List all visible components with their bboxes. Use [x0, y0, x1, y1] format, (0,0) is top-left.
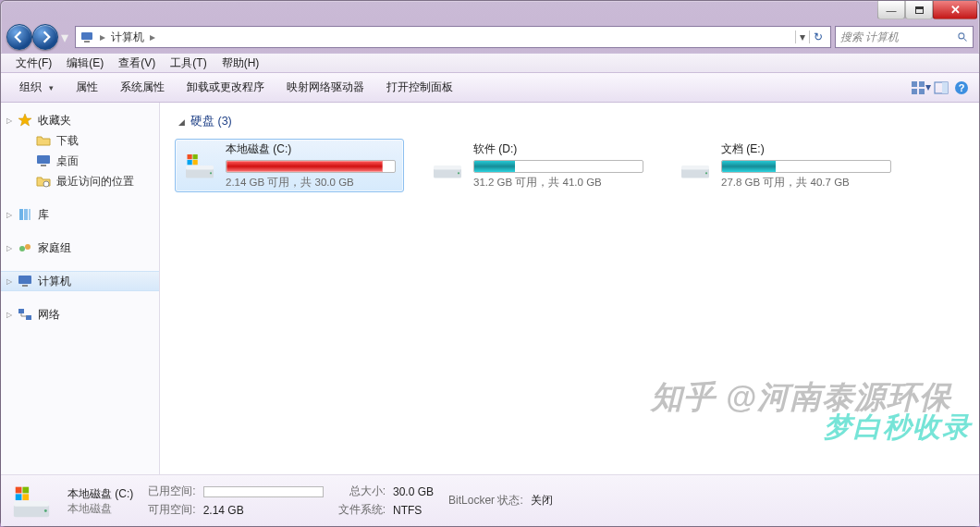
- section-header-hdd[interactable]: ◢ 硬盘 (3): [178, 114, 964, 129]
- drive-list: 本地磁盘 (C:)2.14 GB 可用，共 30.0 GB软件 (D:)31.2…: [175, 139, 964, 192]
- menu-tools[interactable]: 工具(T): [163, 55, 214, 71]
- sidebar-label: 下载: [56, 133, 79, 149]
- sidebar-label: 桌面: [56, 153, 79, 169]
- breadcrumb-sep: ▸: [94, 31, 111, 43]
- svg-rect-16: [24, 209, 28, 220]
- svg-rect-3: [912, 81, 917, 87]
- details-free-value: 2.14 GB: [203, 504, 324, 517]
- svg-rect-24: [186, 168, 214, 178]
- details-title: 本地磁盘 (C:): [67, 486, 133, 502]
- sidebar-item-computer[interactable]: 计算机: [1, 271, 159, 291]
- svg-rect-40: [16, 486, 22, 493]
- sidebar-label: 库: [38, 207, 49, 223]
- search-input[interactable]: 搜索 计算机: [835, 26, 974, 48]
- recent-icon: [36, 174, 51, 189]
- cmd-system-properties[interactable]: 系统属性: [109, 73, 176, 102]
- star-icon: [18, 113, 32, 128]
- svg-rect-20: [18, 276, 31, 284]
- menu-view[interactable]: 查看(V): [111, 55, 163, 71]
- menu-edit[interactable]: 编辑(E): [59, 55, 111, 71]
- drive-icon: [679, 149, 712, 182]
- nav-history-dropdown[interactable]: ▾: [58, 24, 71, 50]
- svg-rect-43: [22, 494, 29, 500]
- menu-help[interactable]: 帮助(H): [214, 55, 267, 71]
- refresh-button[interactable]: ↻: [809, 31, 827, 43]
- svg-rect-37: [14, 504, 49, 516]
- svg-rect-35: [681, 165, 709, 170]
- svg-point-39: [44, 509, 47, 512]
- content-area: ◢ 硬盘 (3) 本地磁盘 (C:)2.14 GB 可用，共 30.0 GB软件…: [160, 103, 979, 474]
- drive-icon: [10, 480, 53, 522]
- svg-rect-25: [186, 165, 214, 170]
- details-used-label: 已用空间:: [148, 484, 195, 499]
- cmd-uninstall[interactable]: 卸载或更改程序: [176, 73, 276, 102]
- back-button[interactable]: [6, 24, 32, 50]
- svg-rect-12: [37, 155, 50, 164]
- drive-item[interactable]: 软件 (D:)31.2 GB 可用，共 41.0 GB: [423, 139, 652, 192]
- svg-rect-17: [29, 209, 31, 220]
- computer-icon: [18, 274, 32, 288]
- drive-name: 软件 (D:): [473, 141, 643, 157]
- minimize-button[interactable]: —: [877, 1, 905, 19]
- sidebar-item-libraries[interactable]: 库: [1, 204, 159, 225]
- collapse-triangle-icon: ◢: [178, 117, 185, 127]
- svg-point-2: [959, 33, 964, 39]
- help-button[interactable]: ?: [951, 80, 972, 95]
- svg-rect-32: [434, 165, 461, 170]
- cmd-control-panel[interactable]: 打开控制面板: [375, 73, 464, 102]
- view-options-button[interactable]: ▾: [911, 80, 931, 95]
- cmd-organize[interactable]: 组织: [8, 73, 65, 102]
- svg-text:?: ?: [959, 82, 965, 93]
- sidebar-item-recent[interactable]: 最近访问的位置: [1, 171, 159, 191]
- pane-icon: [934, 80, 949, 95]
- breadcrumb-sep-2: ▸: [144, 31, 161, 43]
- svg-rect-1: [84, 41, 90, 43]
- section-label: 硬盘 (3): [190, 114, 232, 129]
- sidebar-label: 最近访问的位置: [56, 174, 134, 190]
- explorer-window: — ✕ ▾ ▸ 计算机 ▸ ▾ ↻ 搜索 计算机: [0, 0, 980, 527]
- details-bitlocker-value: 关闭: [531, 493, 553, 509]
- network-icon: [18, 307, 32, 322]
- svg-rect-5: [912, 89, 917, 94]
- sidebar-item-desktop[interactable]: 桌面: [1, 151, 159, 171]
- cmd-map-drive[interactable]: 映射网络驱动器: [276, 73, 375, 102]
- nav-pane: 收藏夹 下载 桌面 最近访问的位置 库: [1, 103, 160, 474]
- sidebar-item-favorites[interactable]: 收藏夹: [1, 110, 159, 130]
- svg-rect-34: [681, 168, 709, 178]
- forward-button[interactable]: [32, 24, 58, 50]
- preview-pane-button[interactable]: [931, 80, 951, 95]
- svg-point-18: [19, 246, 25, 251]
- address-dropdown[interactable]: ▾: [795, 31, 809, 43]
- drive-status: 2.14 GB 可用，共 30.0 GB: [226, 176, 396, 190]
- drive-item[interactable]: 文档 (E:)27.8 GB 可用，共 40.7 GB: [670, 139, 900, 192]
- svg-rect-13: [41, 165, 46, 166]
- cmd-properties[interactable]: 属性: [65, 73, 109, 102]
- drive-status: 31.2 GB 可用，共 41.0 GB: [473, 176, 643, 190]
- svg-rect-30: [193, 160, 198, 165]
- sidebar-item-homegroup[interactable]: 家庭组: [1, 238, 159, 258]
- svg-point-19: [25, 244, 31, 250]
- details-size-label: 总大小:: [338, 484, 386, 499]
- computer-icon: [80, 30, 94, 44]
- watermark-brand: 梦白秒收录: [824, 409, 972, 447]
- search-icon: [957, 31, 968, 43]
- maximize-button[interactable]: [905, 1, 933, 19]
- breadcrumb-root[interactable]: 计算机: [111, 30, 144, 45]
- address-bar[interactable]: ▸ 计算机 ▸ ▾ ↻: [75, 26, 831, 48]
- svg-rect-31: [434, 168, 461, 178]
- details-used-value: [203, 485, 324, 498]
- svg-rect-21: [22, 285, 28, 287]
- svg-rect-41: [22, 486, 29, 493]
- svg-rect-8: [942, 82, 948, 93]
- menu-file[interactable]: 文件(F): [8, 55, 59, 71]
- close-button[interactable]: ✕: [933, 1, 977, 19]
- svg-rect-4: [919, 81, 925, 87]
- drive-item[interactable]: 本地磁盘 (C:)2.14 GB 可用，共 30.0 GB: [175, 139, 404, 192]
- drive-usage-bar: [473, 160, 643, 173]
- svg-rect-15: [19, 209, 23, 220]
- search-placeholder: 搜索 计算机: [840, 30, 899, 45]
- folder-icon: [36, 133, 51, 148]
- sidebar-item-network[interactable]: 网络: [1, 304, 159, 325]
- sidebar-item-downloads[interactable]: 下载: [1, 130, 159, 151]
- drive-name: 本地磁盘 (C:): [226, 141, 396, 157]
